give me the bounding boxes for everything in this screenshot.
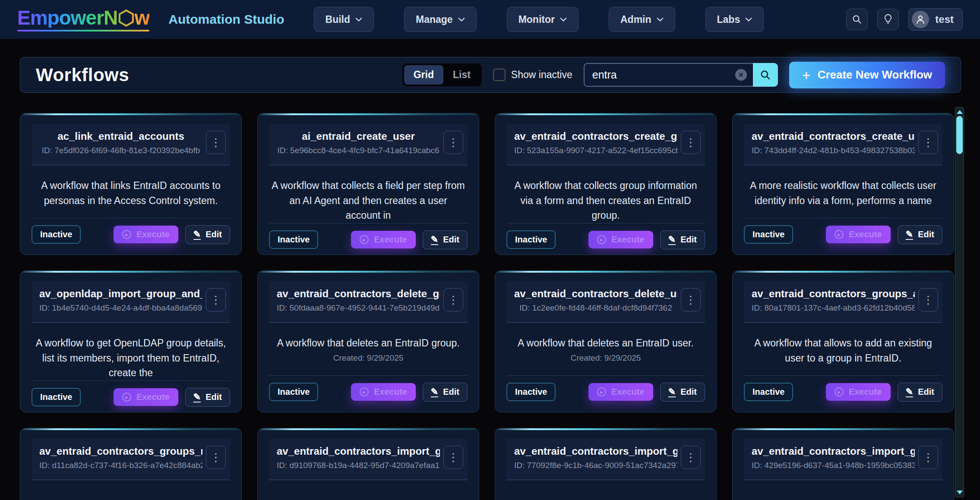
edit-button[interactable]: ✎ Edit	[185, 225, 230, 244]
view-toggle-list[interactable]: List	[443, 65, 480, 85]
search-icon	[852, 14, 862, 25]
card-menu-button[interactable]: ⋮	[681, 446, 701, 469]
card-top-glow	[733, 428, 954, 430]
chevron-down-icon	[560, 17, 567, 22]
workflow-search-input[interactable]	[584, 63, 753, 87]
card-body: A workflow that allows to add an existin…	[744, 323, 942, 375]
show-inactive-checkbox[interactable]	[493, 69, 506, 81]
view-toggle-grid[interactable]: Grid	[404, 65, 443, 85]
workflow-title: av_entraid_contractors_create_user	[752, 130, 915, 142]
card-menu-button[interactable]: ⋮	[206, 446, 226, 469]
workflow-id: ID: 1c2ee0fe-fd48-46ff-8daf-dcf8d94f7362	[514, 303, 677, 313]
play-icon: ▶	[122, 230, 131, 239]
card-menu-button[interactable]: ⋮	[206, 131, 226, 154]
empowernow-logo[interactable]: EmpowerN⬡w	[17, 8, 149, 31]
card-header: av_entraid_contractors_import_grou... ID…	[506, 439, 705, 480]
view-toggle: Grid List	[402, 63, 482, 86]
card-header: av_entraid_contractors_groups_rem... ID:…	[32, 439, 230, 480]
menu-labs[interactable]: Labs	[705, 7, 764, 32]
play-icon: ▶	[835, 230, 844, 239]
card-menu-button[interactable]: ⋮	[443, 288, 463, 311]
card-footer: Inactive ▶ Execute ✎ Edit	[506, 375, 705, 402]
card-menu-button[interactable]: ⋮	[918, 446, 938, 469]
scroll-down-arrow[interactable]	[957, 491, 963, 494]
page-title: Workflows	[36, 65, 129, 85]
workflow-id: ID: 523a155a-9907-4217-a522-4ef15cc695cb	[514, 146, 677, 155]
card-footer: Inactive ▶ Execute ✎ Edit	[506, 223, 705, 249]
card-menu-button[interactable]: ⋮	[443, 446, 463, 469]
username: test	[935, 13, 954, 25]
card-body	[506, 480, 705, 500]
edit-button[interactable]: ✎ Edit	[185, 388, 230, 407]
play-icon: ▶	[597, 235, 606, 244]
workflow-title: av_entraid_contractors_delete_user	[514, 288, 677, 300]
edit-button[interactable]: ✎ Edit	[898, 383, 942, 402]
execute-button[interactable]: ▶ Execute	[114, 226, 178, 243]
execute-button[interactable]: ▶ Execute	[588, 383, 653, 401]
scroll-up-arrow[interactable]	[957, 110, 963, 114]
create-new-workflow-button[interactable]: + Create New Workflow	[789, 62, 945, 88]
workflow-card: av_entraid_contractors_import_gro... ID:…	[257, 428, 479, 500]
edit-button[interactable]: ✎ Edit	[660, 383, 705, 402]
card-body	[744, 480, 942, 500]
person-icon	[916, 14, 925, 25]
card-top-glow	[258, 271, 479, 273]
execute-button[interactable]: ▶ Execute	[351, 231, 416, 248]
card-menu-button[interactable]: ⋮	[681, 131, 701, 154]
pencil-icon: ✎	[431, 387, 439, 397]
workflow-id: ID: 743dd4ff-24d2-481b-b453-498327538b03	[752, 146, 915, 155]
clear-search-button[interactable]: ✕	[735, 69, 747, 81]
pencil-icon: ✎	[193, 392, 201, 403]
execute-button[interactable]: ▶ Execute	[114, 388, 178, 406]
execute-button[interactable]: ▶ Execute	[588, 231, 653, 248]
card-menu-button[interactable]: ⋮	[918, 131, 938, 154]
menu-manage[interactable]: Manage	[404, 7, 477, 32]
menu-admin[interactable]: Admin	[609, 7, 675, 32]
workflow-id: ID: d11ca82d-c737-4f16-b326-a7e42c884ab2	[39, 461, 202, 470]
workflow-description: A workflow that links EntraID accounts t…	[32, 178, 230, 208]
show-inactive-control: Show inactive	[493, 69, 572, 81]
card-menu-button[interactable]: ⋮	[681, 288, 701, 311]
workflow-title: av_entraid_contractors_import_grou...	[514, 445, 677, 457]
menu-monitor[interactable]: Monitor	[507, 7, 579, 32]
edit-button[interactable]: ✎ Edit	[898, 225, 942, 244]
card-menu-button[interactable]: ⋮	[918, 288, 938, 311]
vertical-scrollbar[interactable]	[955, 107, 964, 497]
chevron-down-icon	[745, 17, 752, 22]
edit-button[interactable]: ✎ Edit	[660, 230, 705, 249]
execute-button[interactable]: ▶ Execute	[351, 383, 416, 401]
card-header: ac_link_entraid_accounts ID: 7e5df026-6f…	[32, 124, 230, 165]
theme-toggle-button[interactable]	[877, 9, 899, 30]
status-badge: Inactive	[506, 230, 556, 249]
workflow-description: A workflow to get OpenLDAP group details…	[32, 336, 230, 381]
chevron-down-icon	[458, 17, 465, 22]
search-submit-button[interactable]	[753, 63, 778, 87]
card-top-glow	[258, 428, 479, 430]
edit-button[interactable]: ✎ Edit	[423, 383, 468, 402]
execute-button[interactable]: ▶ Execute	[826, 226, 891, 243]
scrollbar-thumb[interactable]	[956, 116, 963, 154]
user-menu-button[interactable]: test	[908, 8, 963, 31]
header-search-button[interactable]	[846, 9, 868, 30]
menu-build[interactable]: Build	[314, 7, 374, 32]
card-menu-button[interactable]: ⋮	[206, 288, 226, 311]
hexagon-icon: ⬡	[117, 6, 134, 29]
edit-button[interactable]: ✎ Edit	[423, 230, 468, 249]
ellipsis-icon: ⋮	[923, 451, 934, 464]
card-footer: Inactive ▶ Execute ✎ Edit	[744, 218, 942, 244]
card-top-glow	[495, 428, 716, 430]
workflow-card: av_entraid_contractors_delete_user ID: 1…	[495, 270, 717, 412]
card-footer: Inactive ▶ Execute ✎ Edit	[269, 223, 468, 249]
card-footer: Inactive ▶ Execute ✎ Edit	[269, 375, 468, 402]
workflow-card: ac_link_entraid_accounts ID: 7e5df026-6f…	[20, 113, 242, 255]
execute-button[interactable]: ▶ Execute	[826, 383, 891, 401]
card-menu-button[interactable]: ⋮	[443, 131, 463, 154]
close-icon: ✕	[738, 71, 744, 79]
card-top-glow	[258, 113, 479, 115]
workflow-description: A workflow that collects a field per ste…	[269, 178, 468, 223]
card-top-glow	[495, 113, 716, 115]
workflows-header-panel: Workflows Grid List Show inactive ✕ + Cr…	[20, 57, 961, 93]
workflow-id: ID: 429e5196-d637-45a1-948b-1959bc053833	[752, 461, 915, 470]
status-badge: Inactive	[32, 388, 81, 406]
card-header: av_entraid_contractors_import_grou... ID…	[744, 439, 942, 480]
